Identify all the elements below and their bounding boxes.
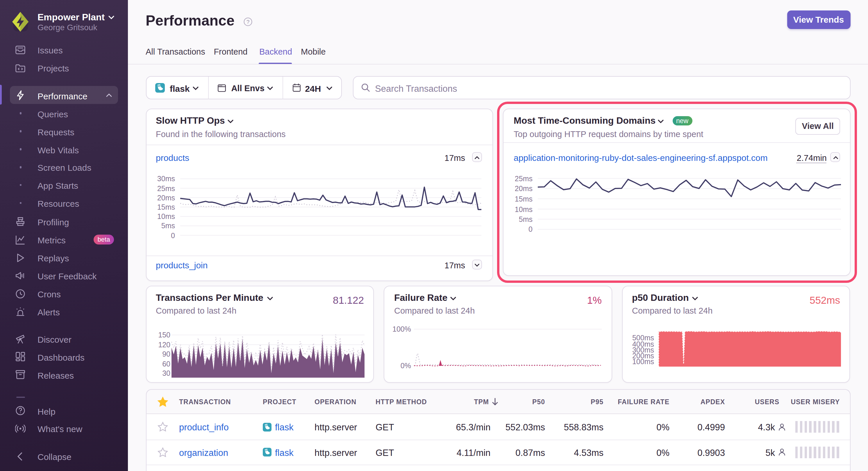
svg-text:?: ? bbox=[247, 19, 250, 25]
